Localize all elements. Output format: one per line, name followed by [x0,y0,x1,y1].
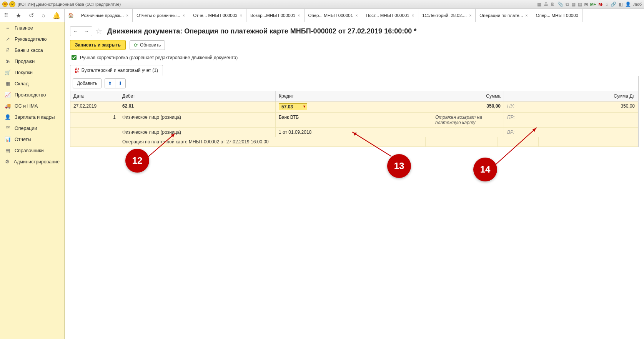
tab-item[interactable]: Отче... МНБП-000003× [189,9,246,22]
cell-sum[interactable]: 350,00 [432,101,504,113]
favorite-star-icon[interactable]: ☆ [95,27,102,36]
tab-close-icon[interactable]: × [525,13,528,18]
nav-forward-button[interactable]: → [81,27,92,36]
move-row-buttons: ⬆ ⬇ [105,78,126,88]
grid-row[interactable]: Операция по платежной карте МНБП-000002 … [70,137,638,147]
dt-kt-icon: ДтКт [75,67,79,73]
search-icon[interactable]: ⌕ [42,12,45,19]
panel-icon[interactable]: ◧ [619,2,623,7]
sidebar-item-purchases[interactable]: 🛒Покупки [0,67,64,78]
tab-item[interactable]: Отчеты о розничны...× [133,9,189,22]
save-close-button[interactable]: Записать и закрыть [70,40,126,50]
apps-icon[interactable]: ⠿ [4,12,8,19]
tab-item[interactable]: Пост... МНБП-000001× [362,9,419,22]
sidebar-item-assets[interactable]: 🚚ОС и НМА [0,100,64,111]
col-sum[interactable]: Сумма [432,91,504,101]
user-icon[interactable]: 👤 [625,2,631,7]
star-icon[interactable]: ★ [16,12,21,19]
sidebar-item-sales[interactable]: 🛍Продажи [0,56,64,67]
tool-icon[interactable]: ▦ [537,2,541,7]
history-icon[interactable]: ↺ [29,12,34,19]
grid-row[interactable]: 27.02.2019 62.01 57.03 350,00 НУ: 350,00 [70,101,638,113]
clip-icon[interactable]: 📎 [557,2,563,7]
calc-icon[interactable]: ▤ [578,2,582,7]
tab-label: Отче... МНБП-000003 [193,13,237,18]
memory-mplus[interactable]: M+ [590,2,596,7]
cell-credit-acc[interactable]: 57.03 [276,101,432,113]
memory-m[interactable]: M [584,2,588,7]
app-logo-icon: 1c [2,2,8,7]
sidebar-item-salary[interactable]: 👤Зарплата и кадры [0,111,64,123]
sidebar-label: Склад [15,81,28,86]
sidebar-label: Операции [15,126,37,131]
sidebar-item-warehouse[interactable]: ▦Склад [0,78,64,89]
cell-deb-sub1[interactable]: Физическое лицо (розница) [119,113,276,128]
link-icon[interactable]: 🔗 [611,2,616,7]
col-ext [504,91,545,101]
tab-close-icon[interactable]: × [298,13,300,18]
tab-close-icon[interactable]: × [126,13,128,18]
sidebar-item-reports[interactable]: 📊Отчеты [0,134,64,145]
tab-close-icon[interactable]: × [355,13,358,18]
panel-tab-accounting[interactable]: ДтКт Бухгалтерский и налоговый учет (1) [70,65,163,76]
search-icon[interactable]: ⌕ [606,2,608,7]
sidebar-item-manager[interactable]: ↗Руководителю [0,33,64,45]
print-icon[interactable]: 🖶 [544,2,548,7]
col-sumdt[interactable]: Сумма Дт [545,91,638,101]
col-date[interactable]: Дата [70,91,119,101]
col-credit[interactable]: Кредит [276,91,432,101]
tab-item[interactable]: Возвр...МНБП-000001× [246,9,305,22]
move-down-button[interactable]: ⬇ [115,79,125,88]
sidebar-item-main[interactable]: ≡Главное [0,22,64,33]
credit-highlight[interactable]: 57.03 [279,103,307,110]
nav-back-button[interactable]: ← [70,27,81,36]
memory-mminus[interactable]: M- [598,2,603,7]
bell-icon[interactable]: 🔔 [53,12,60,19]
sidebar-item-operations[interactable]: ᴰᴷОперации [0,123,64,134]
tabs-row: 🏠 Розничные продаж...× Отчеты о розничны… [65,9,644,22]
calendar-icon[interactable]: ▦ [571,2,576,7]
tab-item[interactable]: Опер... МНБП-00000 [532,9,582,22]
manual-edit-checkbox[interactable] [72,55,77,60]
refresh-button[interactable]: ⟳Обновить [130,40,165,50]
sidebar-item-admin[interactable]: ⚙Администрирование [0,156,64,167]
cell-debit-acc[interactable]: 62.01 [119,101,276,113]
sidebar-item-bank[interactable]: ₽Банк и касса [0,45,64,56]
cell-date[interactable]: 27.02.2019 [70,101,119,113]
move-up-button[interactable]: ⬆ [105,79,115,88]
refresh-label: Обновить [140,42,161,48]
sidebar-label: Зарплата и кадры [15,115,55,120]
doc-icon[interactable]: 🗎 [551,2,555,7]
tab-label: Розничные продаж... [81,13,124,18]
compare-icon[interactable]: ⧉ [566,2,569,7]
app-menu-dropdown[interactable] [9,1,15,7]
tab-home[interactable]: 🏠 [65,9,77,22]
tab-close-icon[interactable]: × [183,13,185,18]
add-row-button[interactable]: Добавить [73,78,102,88]
tab-close-icon[interactable]: × [469,13,471,18]
sidebar-item-production[interactable]: 📈Производство [0,89,64,100]
dk-icon: ᴰᴷ [5,125,11,131]
cell-sumdt[interactable]: 350,00 [545,101,638,113]
tab-label: 1С:Лекторий. 28.02.... [422,13,467,18]
main-area: ← → ☆ Движения документа: Операция по пл… [65,22,644,339]
grid: Добавить ⬆ ⬇ Дата Дебет Кредит Сумма Сум… [70,76,639,147]
tab-item[interactable]: 1С:Лекторий. 28.02....× [418,9,476,22]
tab-item[interactable]: Розничные продаж...× [77,9,133,22]
cell-vr: ВР: [504,128,545,137]
bag-icon: 🛍 [5,58,11,64]
col-debit[interactable]: Дебет [119,91,276,101]
grid-row[interactable]: 1 Физическое лицо (розница) Банк ВТБ Отр… [70,113,638,128]
tab-close-icon[interactable]: × [240,13,242,18]
cell-deb-sub2[interactable]: Физическое лицо (розница) [119,128,276,137]
tab-item[interactable]: Операции по плате...× [476,9,532,22]
tab-item[interactable]: Опер... МНБП-000001× [305,9,362,22]
sidebar-item-catalogs[interactable]: ▤Справочники [0,145,64,156]
menu-icon: ≡ [5,25,11,31]
cell-comment[interactable]: Отражен возврат на платежную карту [432,113,504,128]
refresh-icon: ⟳ [134,42,138,48]
sidebar-label: Продажи [15,59,35,64]
cell-cred-sub1[interactable]: Банк ВТБ [276,113,432,128]
tab-close-icon[interactable]: × [412,13,414,18]
cell-empty [70,128,119,137]
